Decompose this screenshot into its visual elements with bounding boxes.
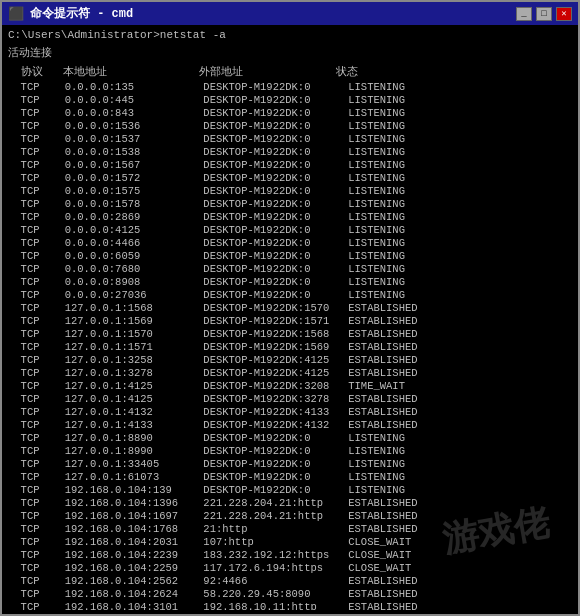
table-row: TCP 0.0.0.0:1538 DESKTOP-M1922DK:0 LISTE… xyxy=(8,146,572,159)
table-row: TCP 127.0.0.1:1568 DESKTOP-M1922DK:1570 … xyxy=(8,302,572,315)
table-row: TCP 0.0.0.0:7680 DESKTOP-M1922DK:0 LISTE… xyxy=(8,263,572,276)
window-title: 命令提示符 - cmd xyxy=(30,5,133,22)
table-row: TCP 127.0.0.1:4132 DESKTOP-M1922DK:4133 … xyxy=(8,406,572,419)
table-row: TCP 192.168.0.104:1396 221.228.204.21:ht… xyxy=(8,497,572,510)
table-row: TCP 0.0.0.0:4466 DESKTOP-M1922DK:0 LISTE… xyxy=(8,237,572,250)
table-row: TCP 0.0.0.0:6059 DESKTOP-M1922DK:0 LISTE… xyxy=(8,250,572,263)
cmd-body: C:\Users\Administrator>netstat -a 活动连接 协… xyxy=(2,25,578,614)
table-row: TCP 0.0.0.0:445 DESKTOP-M1922DK:0 LISTEN… xyxy=(8,94,572,107)
title-bar-controls: _ □ ✕ xyxy=(516,7,572,21)
table-row: TCP 0.0.0.0:1537 DESKTOP-M1922DK:0 LISTE… xyxy=(8,133,572,146)
table-row: TCP 192.168.0.104:1768 21:http ESTABLISH… xyxy=(8,523,572,536)
table-row: TCP 192.168.0.104:2562 92:4466 ESTABLISH… xyxy=(8,575,572,588)
table-row: TCP 127.0.0.1:1571 DESKTOP-M1922DK:1569 … xyxy=(8,341,572,354)
table-row: TCP 127.0.0.1:3278 DESKTOP-M1922DK:4125 … xyxy=(8,367,572,380)
table-row: TCP 127.0.0.1:33405 DESKTOP-M1922DK:0 LI… xyxy=(8,458,572,471)
minimize-button[interactable]: _ xyxy=(516,7,532,21)
title-bar: ⬛ 命令提示符 - cmd _ □ ✕ xyxy=(2,2,578,25)
table-row: TCP 127.0.0.1:4125 DESKTOP-M1922DK:3278 … xyxy=(8,393,572,406)
table-row: TCP 192.168.0.104:2239 183.232.192.12:ht… xyxy=(8,549,572,562)
table-row: TCP 0.0.0.0:1575 DESKTOP-M1922DK:0 LISTE… xyxy=(8,185,572,198)
table-row: TCP 0.0.0.0:1572 DESKTOP-M1922DK:0 LISTE… xyxy=(8,172,572,185)
cmd-prompt: C:\Users\Administrator>netstat -a xyxy=(8,29,572,41)
table-row: TCP 0.0.0.0:135 DESKTOP-M1922DK:0 LISTEN… xyxy=(8,81,572,94)
table-row: TCP 192.168.0.104:3101 192.168.10.11:htt… xyxy=(8,601,572,610)
title-bar-left: ⬛ 命令提示符 - cmd xyxy=(8,5,133,22)
table-row: TCP 127.0.0.1:61073 DESKTOP-M1922DK:0 LI… xyxy=(8,471,572,484)
close-button[interactable]: ✕ xyxy=(556,7,572,21)
cmd-window: ⬛ 命令提示符 - cmd _ □ ✕ C:\Users\Administrat… xyxy=(0,0,580,616)
table-row: TCP 127.0.0.1:1570 DESKTOP-M1922DK:1568 … xyxy=(8,328,572,341)
table-row: TCP 0.0.0.0:843 DESKTOP-M1922DK:0 LISTEN… xyxy=(8,107,572,120)
table-row: TCP 0.0.0.0:27036 DESKTOP-M1922DK:0 LIST… xyxy=(8,289,572,302)
table-row: TCP 192.168.0.104:1697 221.228.204.21:ht… xyxy=(8,510,572,523)
table-row: TCP 192.168.0.104:139 DESKTOP-M1922DK:0 … xyxy=(8,484,572,497)
section-title: 活动连接 xyxy=(8,45,572,60)
table-row: TCP 0.0.0.0:1536 DESKTOP-M1922DK:0 LISTE… xyxy=(8,120,572,133)
table-row: TCP 192.168.0.104:2624 58.220.29.45:8090… xyxy=(8,588,572,601)
table-row: TCP 192.168.0.104:2259 117.172.6.194:htt… xyxy=(8,562,572,575)
table-row: TCP 192.168.0.104:2031 107:http CLOSE_WA… xyxy=(8,536,572,549)
maximize-button[interactable]: □ xyxy=(536,7,552,21)
table-row: TCP 0.0.0.0:2869 DESKTOP-M1922DK:0 LISTE… xyxy=(8,211,572,224)
cmd-icon: ⬛ xyxy=(8,6,24,22)
table-row: TCP 0.0.0.0:1578 DESKTOP-M1922DK:0 LISTE… xyxy=(8,198,572,211)
table-row: TCP 0.0.0.0:8908 DESKTOP-M1922DK:0 LISTE… xyxy=(8,276,572,289)
table-header: 协议 本地地址 外部地址 状态 xyxy=(8,64,572,79)
output-lines: TCP 0.0.0.0:135 DESKTOP-M1922DK:0 LISTEN… xyxy=(8,81,572,610)
table-row: TCP 0.0.0.0:1567 DESKTOP-M1922DK:0 LISTE… xyxy=(8,159,572,172)
table-row: TCP 127.0.0.1:8990 DESKTOP-M1922DK:0 LIS… xyxy=(8,445,572,458)
table-row: TCP 127.0.0.1:1569 DESKTOP-M1922DK:1571 … xyxy=(8,315,572,328)
table-row: TCP 0.0.0.0:4125 DESKTOP-M1922DK:0 LISTE… xyxy=(8,224,572,237)
table-row: TCP 127.0.0.1:4133 DESKTOP-M1922DK:4132 … xyxy=(8,419,572,432)
table-row: TCP 127.0.0.1:8890 DESKTOP-M1922DK:0 LIS… xyxy=(8,432,572,445)
table-row: TCP 127.0.0.1:4125 DESKTOP-M1922DK:3208 … xyxy=(8,380,572,393)
table-row: TCP 127.0.0.1:3258 DESKTOP-M1922DK:4125 … xyxy=(8,354,572,367)
